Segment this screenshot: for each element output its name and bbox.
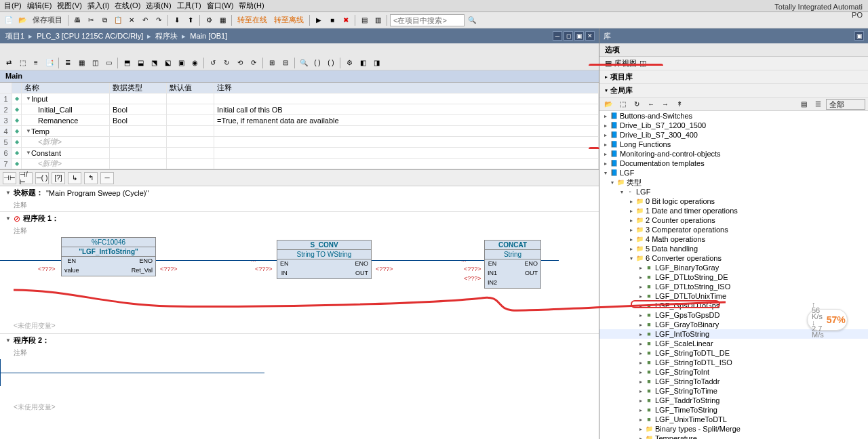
save-button[interactable]: 保存项目 xyxy=(30,15,65,25)
tree-node[interactable]: ▾📁类型 xyxy=(599,177,868,187)
et-icon[interactable]: ◉ xyxy=(189,57,201,69)
et-icon[interactable]: ↻ xyxy=(220,57,233,69)
lib-refresh-icon[interactable]: ↻ xyxy=(631,98,643,110)
segment-2-title[interactable]: 程序段 2： xyxy=(14,335,50,346)
search-go-icon[interactable]: 🔍 xyxy=(466,14,478,26)
redo-icon[interactable]: ↷ xyxy=(153,14,165,26)
et-icon[interactable]: ( ) xyxy=(325,57,337,69)
tree-node[interactable]: ▸■LGF_StringToDTL_ISO xyxy=(599,358,868,367)
et-icon[interactable]: ⟳ xyxy=(248,57,260,69)
lib-view-icon[interactable]: ▦ xyxy=(605,59,612,68)
tree-node[interactable]: ▸📘Buttons-and-Switches xyxy=(599,111,868,121)
et-icon[interactable]: ▦ xyxy=(75,57,87,69)
collapse-icon[interactable]: ▾ xyxy=(605,87,608,93)
lib-up-icon[interactable]: ↟ xyxy=(673,98,686,110)
tree-node[interactable]: ▸📁2 Counter operations xyxy=(599,215,868,225)
print-icon[interactable]: 🖶 xyxy=(71,14,83,26)
et-icon[interactable]: ⟲ xyxy=(234,57,246,69)
tree-node[interactable]: ▸📘Monitoring-and-control-objects xyxy=(599,149,868,159)
et-icon[interactable]: ⬓ xyxy=(134,57,146,69)
menu-view[interactable]: 视图(V) xyxy=(54,1,85,11)
tree-node[interactable]: ▾📁6 Converter operations xyxy=(599,253,868,263)
menu-help[interactable]: 帮助(H) xyxy=(236,1,267,11)
menu-window[interactable]: 窗口(W) xyxy=(204,1,237,11)
et-icon[interactable]: ◨ xyxy=(370,57,382,69)
segment-2-comment[interactable]: 注释 xyxy=(0,347,599,359)
tree-node[interactable]: ▸■LGF_StringToInt xyxy=(599,367,868,377)
et-icon[interactable]: ⊞ xyxy=(266,57,278,69)
options-header[interactable]: 选项 xyxy=(599,43,868,57)
block-title[interactable]: "Main Program Sweep (Cycle)" xyxy=(46,189,149,197)
et-icon[interactable]: 🔍 xyxy=(298,57,310,69)
paste-icon[interactable]: 📋 xyxy=(112,14,124,26)
tree-node[interactable]: ▸📁Temperature xyxy=(599,434,868,439)
close-editor-icon[interactable]: ✕ xyxy=(585,31,595,41)
tree-node[interactable]: ▸📁4 Math operations xyxy=(599,234,868,244)
menu-insert[interactable]: 插入(I) xyxy=(85,1,112,11)
segment-1-comment[interactable]: 注释 xyxy=(0,225,599,237)
tree-node[interactable]: ▸■LGF_ScaleLinear xyxy=(599,339,868,348)
maximize-icon[interactable]: ▣ xyxy=(574,31,584,41)
et-icon[interactable]: ⊟ xyxy=(279,57,292,69)
decl-row[interactable]: 6◆▼ Constant xyxy=(0,148,599,159)
decl-row[interactable]: 4◆▼ Temp xyxy=(0,126,599,137)
et-icon[interactable]: ◧ xyxy=(357,57,369,69)
box-icon[interactable]: [?] xyxy=(52,172,65,184)
stop-icon[interactable]: ■ xyxy=(326,14,338,26)
decl-row[interactable]: 3◆RemanenceBool=True, if remanent data a… xyxy=(0,115,599,126)
et-icon[interactable]: ⚙ xyxy=(343,57,355,69)
tree-node[interactable]: ▸■LGF_TimeToString xyxy=(599,405,868,415)
segment-1-title[interactable]: 程序段 1： xyxy=(23,213,59,224)
expand-icon[interactable]: ▸ xyxy=(605,74,608,80)
tree-node[interactable]: ▸📁5 Data handling xyxy=(599,244,868,253)
et-icon[interactable]: ⬒ xyxy=(121,57,133,69)
tree-node[interactable]: ▾▫LGF xyxy=(599,187,868,196)
tree-node[interactable]: ▸📘Documentation templates xyxy=(599,159,868,168)
decl-row[interactable]: 2◆Initial_CallBoolInitial call of this O… xyxy=(0,104,599,115)
et-icon[interactable]: ⬕ xyxy=(161,57,174,69)
coil-icon[interactable]: ─( ) xyxy=(35,172,49,184)
project-lib-header[interactable]: 项目库 xyxy=(610,72,633,82)
decl-row[interactable]: 1◆▼ Input xyxy=(0,93,599,104)
device-icon[interactable]: ▦ xyxy=(216,14,229,26)
tree-node[interactable]: ▸📁1 Date and timer operations xyxy=(599,206,868,215)
et-icon[interactable]: ≡ xyxy=(30,57,42,69)
tree-node[interactable]: ▸■LGF_TaddrToString xyxy=(599,396,868,405)
et-icon[interactable]: ▣ xyxy=(175,57,187,69)
menu-online[interactable]: 在线(O) xyxy=(112,1,143,11)
et-icon[interactable]: 📑 xyxy=(43,57,56,69)
open-icon[interactable]: 📂 xyxy=(16,14,28,26)
et-icon[interactable]: ( ) xyxy=(311,57,323,69)
et-icon[interactable]: ⬔ xyxy=(148,57,160,69)
block-lgf-inttostring[interactable]: %FC10046 "LGF_IntToString" ENvalue ENORe… xyxy=(61,237,156,276)
delete-icon[interactable]: ✕ xyxy=(125,14,138,26)
split-v-icon[interactable]: ▥ xyxy=(372,14,384,26)
et-icon[interactable]: ⬚ xyxy=(16,57,28,69)
block-comment[interactable]: 注释 xyxy=(0,199,599,211)
undo-icon[interactable]: ↶ xyxy=(139,14,151,26)
menu-tools[interactable]: 工具(T) xyxy=(174,1,204,11)
declaration-table[interactable]: 名称 数据类型 默认值 注释 1◆▼ Input2◆Initial_CallBo… xyxy=(0,83,599,170)
branch-open-icon[interactable]: ↳ xyxy=(68,172,81,184)
close-icon[interactable]: ✖ xyxy=(340,14,352,26)
lib-filter[interactable]: 全部 xyxy=(826,99,865,110)
pin-icon[interactable]: ▣ xyxy=(854,31,864,41)
tree-node[interactable]: ▸■LGF_StringToDTL_DE xyxy=(599,348,868,358)
lib-view1-icon[interactable]: ▤ xyxy=(797,98,810,110)
tree-node[interactable]: ▸■LGF_StringToTime xyxy=(599,386,868,396)
et-icon[interactable]: ⇄ xyxy=(3,57,15,69)
tree-node[interactable]: ▸■LGF_BinaryToGray xyxy=(599,263,868,272)
tree-node[interactable]: ▸📘Long Functions xyxy=(599,140,868,149)
rung-icon[interactable]: ─ xyxy=(100,172,114,184)
tree-node[interactable]: ▸📁0 Bit logic operations xyxy=(599,196,868,206)
cut-icon[interactable]: ✂ xyxy=(85,14,97,26)
split-h-icon[interactable]: ▤ xyxy=(358,14,370,26)
minimize-icon[interactable]: ─ xyxy=(553,31,562,41)
segment-2-body[interactable] xyxy=(0,359,599,400)
lib-new-icon[interactable]: 📂 xyxy=(602,98,614,110)
menu-options[interactable]: 选项(N) xyxy=(143,1,174,11)
tree-node[interactable]: ▸■LGF_IntToString xyxy=(599,329,868,339)
block-s-conv[interactable]: S_CONV String TO WString ENIN ENOOUT xyxy=(277,240,372,279)
decl-row[interactable]: 5◆<新增> xyxy=(0,137,599,148)
et-icon[interactable]: ◫ xyxy=(89,57,101,69)
